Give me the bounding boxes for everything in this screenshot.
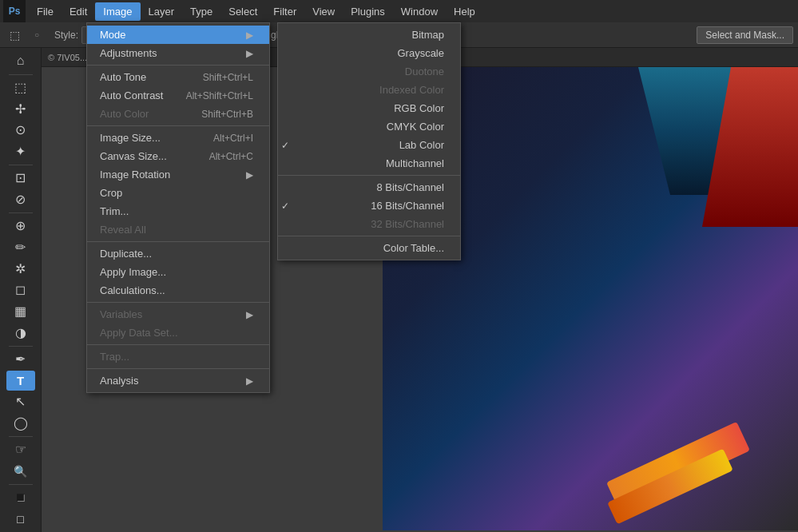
menu-item-auto-tone[interactable]: Auto Tone Shift+Ctrl+L: [87, 68, 269, 86]
menu-item-reveal-all: Reveal All: [87, 220, 269, 239]
mode-lab-color[interactable]: ✓ Lab Color: [278, 136, 460, 154]
mode-divider-1: [278, 175, 460, 176]
divider-2: [87, 125, 269, 126]
tool-marquee[interactable]: ⬚: [6, 77, 35, 97]
mode-rgb-color[interactable]: RGB Color: [278, 99, 460, 117]
lab-color-check: ✓: [281, 140, 294, 151]
tool-foreground-color[interactable]: ■: [6, 488, 35, 508]
mode-bitmap[interactable]: Bitmap: [278, 26, 460, 44]
menu-item-analysis[interactable]: Analysis ▶: [87, 371, 269, 390]
tool-shape[interactable]: ◯: [6, 413, 35, 433]
divider-1: [87, 65, 269, 66]
tool-home[interactable]: ⌂: [6, 51, 35, 71]
menu-item-calculations[interactable]: Calculations...: [87, 281, 269, 300]
menu-item-adjustments[interactable]: Adjustments ▶: [87, 44, 269, 62]
mode-color-table[interactable]: Color Table...: [278, 239, 460, 257]
tool-divider-5: [9, 436, 33, 437]
mode-duotone: Duotone: [278, 62, 460, 81]
tool-divider-6: [9, 484, 33, 485]
tool-hand[interactable]: ☞: [6, 440, 35, 460]
mode-grayscale[interactable]: Grayscale: [278, 44, 460, 62]
tool-gradient[interactable]: ▦: [6, 301, 35, 321]
tool-divider-4: [9, 346, 33, 347]
menu-image[interactable]: Image: [95, 2, 140, 21]
adjustments-submenu-arrow: ▶: [246, 48, 253, 59]
menu-file[interactable]: File: [29, 2, 62, 21]
tool-move[interactable]: ✢: [6, 99, 35, 119]
mode-8bits[interactable]: 8 Bits/Channel: [278, 178, 460, 197]
tool-divider-1: [9, 74, 33, 75]
menu-view[interactable]: View: [304, 2, 343, 21]
menu-item-auto-color: Auto Color Shift+Ctrl+B: [87, 105, 269, 123]
toolbar-marquee-icon[interactable]: ⬚: [5, 26, 24, 45]
tool-healing[interactable]: ⊕: [6, 216, 35, 236]
menu-help[interactable]: Help: [446, 2, 483, 21]
tool-brush[interactable]: ✏: [6, 237, 35, 257]
select-mask-button[interactable]: Select and Mask...: [697, 26, 793, 44]
menu-item-image-rotation[interactable]: Image Rotation ▶: [87, 165, 269, 184]
tool-divider-3: [9, 212, 33, 213]
16bits-check: ✓: [281, 200, 294, 212]
menu-item-canvas-size[interactable]: Canvas Size... Alt+Ctrl+C: [87, 147, 269, 165]
mode-indexed-color: Indexed Color: [278, 81, 460, 99]
analysis-arrow: ▶: [246, 375, 253, 387]
mode-16bits[interactable]: ✓ 16 Bits/Channel: [278, 197, 460, 215]
left-sidebar: ⌂ ⬚ ✢ ⊙ ✦ ⊡ ⊘ ⊕ ✏ ✲ ◻ ▦ ◑ ✒ T ↖ ◯ ☞ 🔍 ■ …: [0, 48, 42, 532]
mode-multichannel[interactable]: Multichannel: [278, 154, 460, 173]
mode-32bits: 32 Bits/Channel: [278, 215, 460, 233]
mode-submenu: Bitmap Grayscale Duotone Indexed Color R…: [277, 22, 461, 260]
menu-item-mode[interactable]: Mode ▶: [87, 26, 269, 44]
menu-item-duplicate[interactable]: Duplicate...: [87, 244, 269, 263]
tool-eyedropper[interactable]: ⊘: [6, 189, 35, 209]
menu-layer[interactable]: Layer: [141, 2, 183, 21]
menu-item-image-size[interactable]: Image Size... Alt+Ctrl+I: [87, 129, 269, 147]
tool-magic-wand[interactable]: ✦: [6, 141, 35, 161]
tool-clone[interactable]: ✲: [6, 259, 35, 279]
mode-submenu-arrow: ▶: [246, 30, 253, 41]
divider-6: [87, 368, 269, 369]
menu-filter[interactable]: Filter: [265, 2, 304, 21]
tool-pen[interactable]: ✒: [6, 349, 35, 369]
mode-cmyk-color[interactable]: CMYK Color: [278, 117, 460, 136]
canvas-tab-label: © 7IV05...: [48, 53, 87, 62]
menu-item-crop[interactable]: Crop: [87, 184, 269, 202]
variables-arrow: ▶: [246, 309, 253, 320]
image-menu-dropdown: Mode ▶ Adjustments ▶ Auto Tone Shift+Ctr…: [86, 22, 270, 393]
tool-type[interactable]: T: [6, 371, 35, 391]
toolbar-feather-icon: ○: [27, 26, 46, 45]
divider-5: [87, 344, 269, 345]
menu-item-auto-contrast[interactable]: Auto Contrast Alt+Shift+Ctrl+L: [87, 86, 269, 105]
tool-path-select[interactable]: ↖: [6, 392, 35, 412]
menu-select[interactable]: Select: [220, 2, 265, 21]
menu-window[interactable]: Window: [393, 2, 446, 21]
tool-crop[interactable]: ⊡: [6, 169, 35, 189]
menu-item-trim[interactable]: Trim...: [87, 202, 269, 220]
divider-4: [87, 302, 269, 303]
mode-divider-2: [278, 236, 460, 236]
divider-3: [87, 241, 269, 242]
tool-lasso[interactable]: ⊙: [6, 121, 35, 141]
style-label: Style:: [54, 30, 78, 41]
tool-divider-2: [9, 165, 33, 165]
tool-background-color[interactable]: □: [6, 509, 35, 529]
app-logo: Ps: [3, 0, 26, 22]
tool-zoom[interactable]: 🔍: [6, 461, 35, 481]
menu-item-variables: Variables ▶: [87, 305, 269, 324]
menu-bar: Ps File Edit Image Layer Type Select Fil…: [0, 0, 798, 22]
tool-eraser[interactable]: ◻: [6, 280, 35, 300]
menu-edit[interactable]: Edit: [62, 2, 95, 21]
menu-plugins[interactable]: Plugins: [343, 2, 393, 21]
menu-item-apply-image[interactable]: Apply Image...: [87, 263, 269, 281]
tool-dodge[interactable]: ◑: [6, 323, 35, 343]
menu-type[interactable]: Type: [182, 2, 220, 21]
menu-item-apply-dataset: Apply Data Set...: [87, 324, 269, 342]
image-rotation-arrow: ▶: [246, 169, 253, 181]
menu-item-trap: Trap...: [87, 347, 269, 366]
